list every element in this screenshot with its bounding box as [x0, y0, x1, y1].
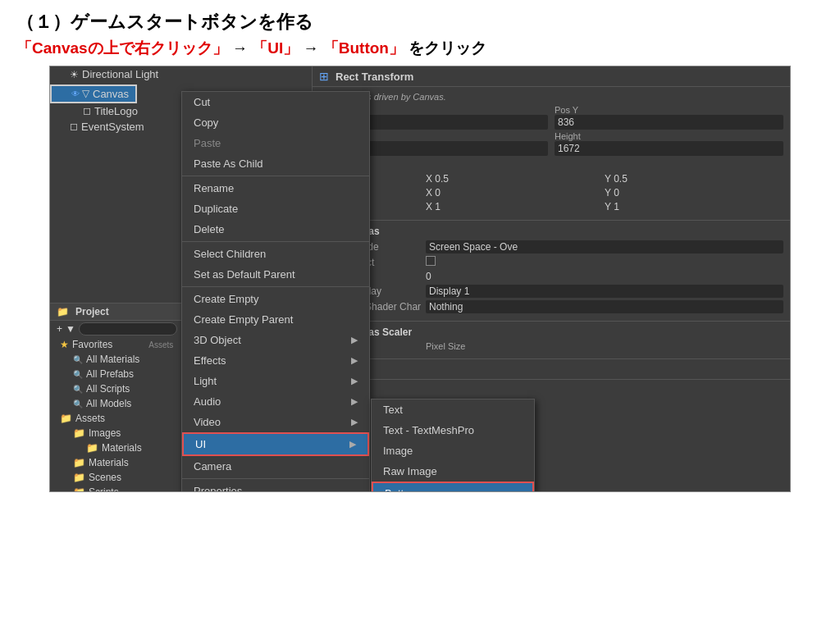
images-label: Images — [89, 427, 121, 439]
separator-1 — [182, 176, 312, 176]
render-mode-value: Screen Space - Ove — [426, 240, 783, 253]
all-materials-label: All Materials — [86, 354, 139, 365]
add-button[interactable]: + — [57, 323, 62, 335]
inspector-title: Rect Transform — [336, 71, 413, 83]
context-delete[interactable]: Delete — [182, 219, 312, 240]
project-folder-icon: 📁 — [57, 306, 69, 317]
context-default-parent-label: Set as Default Parent — [194, 268, 295, 281]
context-select-children-label: Select Children — [194, 248, 266, 260]
hierarchy-label-directional-light: Directional Light — [82, 68, 158, 80]
rotation-row: Rotation X 0 Y 0 — [319, 187, 783, 199]
pixel-size-row: Pixel Size — [319, 341, 783, 351]
context-menu: Cut Copy Paste Paste As Child Rename Dup… — [181, 91, 312, 304]
eventsystem-icon: ◻ — [70, 121, 78, 132]
all-scripts-label: All Scripts — [86, 383, 130, 395]
hierarchy-section: ☀ Directional Light 👁 ▽ Canvas ◻ TitleLo… — [50, 66, 312, 304]
pixel-perfect-row: Pixel Perfect — [319, 256, 783, 268]
hierarchy-label-eventsystem: EventSystem — [81, 121, 144, 133]
assets-label: Assets — [148, 340, 173, 349]
context-create-empty[interactable]: Create Empty — [182, 289, 312, 304]
subtitle-highlight: 「Canvasの上で右クリック」 — [16, 39, 228, 57]
context-paste-child-label: Paste As Child — [194, 158, 263, 170]
images-folder-icon: 📁 — [73, 427, 85, 439]
anchors-row: ▶ Anchors — [319, 159, 783, 171]
materials-sub-label: Materials — [102, 442, 142, 454]
context-paste[interactable]: Paste — [182, 133, 312, 153]
context-create-empty-label: Create Empty — [194, 293, 258, 304]
screenshot-area: ☀ Directional Light 👁 ▽ Canvas ◻ TitleLo… — [49, 66, 791, 492]
materials-icon: 📁 — [73, 457, 85, 468]
context-select-children[interactable]: Select Children — [182, 244, 312, 264]
height-cell: Height 1672 — [555, 131, 783, 156]
materials-sub-icon: 📁 — [86, 442, 98, 454]
scenes-icon: 📁 — [73, 472, 85, 483]
pivot-y: Y 0.5 — [605, 173, 783, 185]
raycaster-label: :Raycaster — [319, 364, 783, 374]
subtitle-arrow: → — [232, 39, 252, 57]
height-value: 1672 — [555, 141, 783, 156]
page-title: （１）ゲームスタートボタンを作る — [16, 10, 824, 34]
hierarchy-item-canvas[interactable]: 👁 ▽ Canvas — [50, 84, 137, 103]
assets-folder-icon: 📁 — [60, 413, 72, 424]
hierarchy-label-titlelogo: TitleLogo — [94, 105, 138, 117]
subtitle-arrow2: → — [303, 39, 322, 57]
rect-transform-section: Some values driven by Canvas. Pos X 939 … — [313, 87, 790, 221]
hierarchy-label-canvas: Canvas — [93, 88, 129, 100]
pivot-x: X 0.5 — [426, 173, 605, 185]
canvas-scaler-section: ✔ ⬡ Canvas Scaler Pixel Size — [313, 322, 790, 359]
subtitle-ui: 「UI」 — [252, 39, 299, 57]
star-icon: ★ — [60, 339, 69, 350]
rotation-y: Y 0 — [605, 187, 783, 199]
pos-grid: Pos X 939 Pos Y 836 Width 1878 Height 16… — [319, 105, 783, 156]
hierarchy-panel: ☀ Directional Light 👁 ▽ Canvas ◻ TitleLo… — [50, 66, 313, 491]
shader-value: Nothing — [426, 300, 783, 313]
pos-y-cell: Pos Y 836 — [555, 105, 783, 130]
scripts-label: Scripts — [89, 486, 119, 491]
canvas-section-title: ✔ ⬡ Canvas — [319, 226, 783, 237]
pixel-perfect-checkbox[interactable] — [426, 256, 783, 268]
context-copy-label: Copy — [194, 116, 218, 129]
raycaster-section: :Raycaster — [313, 359, 790, 380]
all-prefabs-label: All Prefabs — [86, 368, 134, 380]
assets-tree-label: Assets — [75, 413, 105, 424]
subtitle-button: 「Button」 — [323, 39, 404, 57]
search-input[interactable] — [79, 322, 177, 336]
pivot-row: Pivot X 0.5 Y 0.5 — [319, 173, 783, 185]
scale-row: Scale X 1 Y 1 — [319, 201, 783, 212]
scale-y: Y 1 — [605, 201, 783, 212]
search-icon: 🔍 — [73, 370, 83, 379]
context-rename[interactable]: Rename — [182, 178, 312, 199]
hierarchy-item-directional-light[interactable]: ☀ Directional Light — [50, 66, 312, 82]
titlelogo-icon: ◻ — [83, 105, 91, 116]
subtitle-end: をクリック — [409, 39, 486, 57]
separator-2 — [182, 241, 312, 242]
directional-light-icon: ☀ — [70, 69, 79, 80]
transform-icon: ⊞ — [319, 70, 329, 83]
shader-row: Additional Shader Char Nothing — [319, 300, 783, 313]
eye-icon: 👁 — [71, 89, 80, 98]
page-subtitle: 「Canvasの上で右クリック」 → 「UI」 → 「Button」 をクリック — [16, 38, 824, 59]
scenes-label: Scenes — [89, 472, 121, 483]
inspector-note: Some values driven by Canvas. — [319, 92, 783, 102]
context-duplicate[interactable]: Duplicate — [182, 199, 312, 219]
context-cut[interactable]: Cut — [182, 92, 312, 112]
all-models-label: All Models — [86, 398, 131, 409]
sort-order-row: Sort Order 0 — [319, 271, 783, 282]
project-label: Project — [75, 306, 109, 317]
pos-y-value: 836 — [555, 115, 783, 130]
separator-3 — [182, 286, 312, 287]
context-paste-child[interactable]: Paste As Child — [182, 153, 312, 174]
context-delete-label: Delete — [194, 223, 225, 235]
context-default-parent[interactable]: Set as Default Parent — [182, 264, 312, 285]
render-mode-row: Render Mode Screen Space - Ove — [319, 240, 783, 253]
height-label: Height — [555, 131, 783, 141]
context-duplicate-label: Duplicate — [194, 203, 238, 215]
materials-label: Materials — [89, 457, 129, 468]
context-cut-label: Cut — [194, 96, 210, 108]
canvas-scaler-title: ✔ ⬡ Canvas Scaler — [319, 326, 783, 338]
context-copy[interactable]: Copy — [182, 112, 312, 133]
dropdown-button[interactable]: ▼ — [66, 323, 75, 335]
search-icon: 🔍 — [73, 385, 83, 394]
header-area: （１）ゲームスタートボタンを作る 「Canvasの上で右クリック」 → 「UI」… — [0, 0, 840, 66]
scripts-icon: 📁 — [73, 486, 85, 491]
